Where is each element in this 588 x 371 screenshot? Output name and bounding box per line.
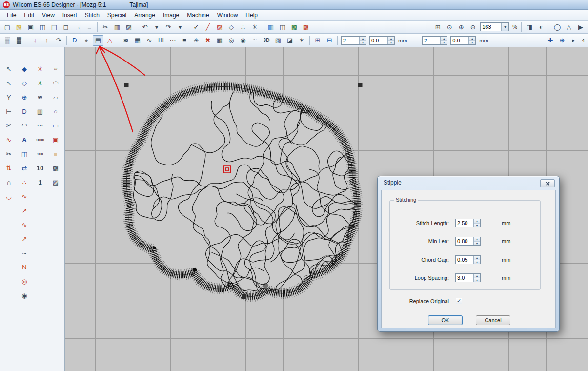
print-preview-icon[interactable]: ◻	[61, 21, 71, 32]
contour-icon[interactable]: ◎	[226, 35, 237, 46]
measure-tool-icon[interactable]: ⊢	[3, 106, 14, 117]
hatch-lines-icon[interactable]: ///	[50, 64, 61, 75]
motif-run-c-icon[interactable]: ∿	[19, 220, 30, 230]
paste-icon[interactable]: ▨	[123, 21, 134, 32]
zoom-combo[interactable]: ▾	[480, 22, 509, 31]
wave-fill-icon[interactable]: ≈	[249, 35, 260, 46]
design-b-icon[interactable]: ▓	[14, 35, 24, 46]
lettering-icon[interactable]: A	[19, 135, 30, 145]
travel-100-icon[interactable]: 100	[35, 149, 45, 160]
triple-run-icon[interactable]: ≡	[179, 35, 190, 46]
thread-colors-icon[interactable]: ◐	[536, 21, 547, 32]
truck-tool-icon[interactable]: ▣	[50, 135, 61, 145]
rectangle-tool-icon[interactable]: ▭	[50, 121, 61, 131]
pan-tool-icon[interactable]: ✚	[545, 35, 556, 46]
travel-10-icon[interactable]: 10	[35, 163, 45, 174]
flower-small-icon[interactable]: ✳	[35, 78, 45, 89]
menu-machine[interactable]: Machine	[183, 11, 213, 20]
cancel-button[interactable]: Cancel	[476, 315, 510, 325]
center-current-icon[interactable]: ⊕	[557, 35, 568, 46]
swatch-dark-icon[interactable]: ▩	[50, 163, 61, 174]
design-properties-icon[interactable]: ≡	[84, 21, 95, 32]
zoom-box-icon[interactable]: ⊞	[432, 21, 443, 32]
design-overview-icon[interactable]: △	[564, 21, 574, 32]
offset-b-spinner[interactable]: ▴▾	[468, 37, 475, 44]
show-grid2-icon[interactable]: ⊟	[324, 35, 335, 46]
monogram-tool-icon[interactable]: D	[19, 106, 30, 117]
stitch-edit-red-icon[interactable]: ╱	[203, 21, 213, 32]
open-object-icon[interactable]: ◇	[19, 78, 30, 89]
cut-icon[interactable]: ✂	[100, 21, 111, 32]
menu-arrange[interactable]: Arrange	[130, 11, 159, 20]
pull-comp-value[interactable]	[342, 37, 359, 44]
outline-dashed-icon[interactable]: ◇	[226, 21, 237, 32]
e-stitch-icon[interactable]: Ш	[156, 35, 166, 46]
hoop-display-icon[interactable]: ◯	[552, 21, 563, 32]
menu-image[interactable]: Image	[159, 11, 183, 20]
menu-window[interactable]: Window	[213, 11, 242, 20]
selection-handle-tl[interactable]	[124, 83, 129, 87]
save-icon[interactable]: ▣	[25, 21, 36, 32]
stitch-length-spinner[interactable]: ▴▾	[473, 219, 480, 227]
node-edit-icon[interactable]: Y	[3, 92, 14, 103]
redo-list-icon[interactable]: ▾	[175, 21, 185, 32]
run-tool-icon[interactable]: ⋯	[35, 121, 45, 131]
menu-edit[interactable]: Edit	[20, 11, 38, 20]
close-icon[interactable]	[540, 179, 555, 187]
motif-run-a-icon[interactable]: ∿	[19, 191, 30, 202]
min-len-spinner[interactable]: ▴▾	[473, 237, 480, 245]
zoom-out-icon[interactable]: ⊖	[467, 21, 478, 32]
swatch-light-icon[interactable]: ▨	[50, 177, 61, 188]
updown-tool-icon[interactable]: ⇅	[3, 163, 14, 174]
travel-next-icon[interactable]: ▸	[568, 35, 579, 46]
run-icon[interactable]: ⋯	[167, 35, 178, 46]
menu-view[interactable]: View	[38, 11, 59, 20]
chord-gap-value[interactable]	[456, 256, 473, 264]
chord-gap-spinner[interactable]: ▴▾	[473, 256, 480, 264]
print-icon[interactable]: ▤	[49, 21, 60, 32]
redo-icon[interactable]: ↷	[163, 21, 174, 32]
open-icon[interactable]: ▧	[14, 21, 24, 32]
dotted-run-icon[interactable]: ∴	[19, 177, 30, 188]
menu-special[interactable]: Special	[103, 11, 130, 20]
motif-run-d-icon[interactable]: ↗	[19, 234, 30, 245]
offset-a-value[interactable]	[370, 37, 387, 44]
monogramming-icon[interactable]: D	[69, 35, 80, 46]
needle-out-icon[interactable]: ↑	[41, 35, 52, 46]
zigzag-tool-icon[interactable]: ∿	[3, 135, 14, 145]
sculpt-icon[interactable]: ▧	[273, 35, 284, 46]
menu-file[interactable]: File	[3, 11, 20, 20]
motif-fill-icon[interactable]: ✳	[191, 35, 202, 46]
menu-stitch[interactable]: Stitch	[81, 11, 103, 20]
knife-tool-icon[interactable]: ✂	[3, 121, 14, 131]
trace-shape-icon[interactable]: △	[104, 35, 115, 46]
process-design-icon[interactable]: ✓	[191, 21, 202, 32]
new-icon[interactable]: ▢	[2, 21, 13, 32]
menu-help[interactable]: Help	[242, 11, 262, 20]
donut-tool-icon[interactable]: ◉	[19, 290, 30, 301]
fill-generate-icon[interactable]: ▨	[214, 21, 225, 32]
count-field[interactable]: ▴▾	[422, 36, 447, 45]
mirror-merge-icon[interactable]: ▱	[50, 92, 61, 103]
zoom-value-input[interactable]	[481, 24, 501, 30]
reshape-icon[interactable]: ↖	[3, 78, 14, 89]
slow-redraw-icon[interactable]: ▶	[575, 21, 586, 32]
zoom-1to1-icon[interactable]: ⊙	[444, 21, 455, 32]
insert-symbol-icon[interactable]: ✳	[249, 21, 260, 32]
column-b-icon[interactable]: ▥	[35, 106, 45, 117]
jump-stitch-icon[interactable]: ↷	[53, 35, 64, 46]
trapunto-icon[interactable]: ◪	[284, 35, 295, 46]
zoom-in-icon[interactable]: ⊕	[456, 21, 466, 32]
n-curve-a-icon[interactable]: ∼	[19, 248, 30, 259]
stipple-run-icon[interactable]: ▤	[93, 35, 103, 46]
count-spinner[interactable]: ▴▾	[440, 37, 447, 44]
offset-line-icon[interactable]: —	[409, 35, 420, 46]
chord-gap-field[interactable]: ▴▾	[455, 255, 481, 264]
select-icon[interactable]: ↖	[3, 64, 14, 75]
travel-1-icon[interactable]: 1	[35, 177, 45, 188]
min-len-field[interactable]: ▴▾	[455, 237, 481, 246]
menu-insert[interactable]: Insert	[59, 11, 81, 20]
zigzag-icon[interactable]: ∿	[144, 35, 155, 46]
selection-handle-tr[interactable]	[358, 83, 363, 87]
smile-curve-icon[interactable]: ◡	[3, 191, 14, 202]
